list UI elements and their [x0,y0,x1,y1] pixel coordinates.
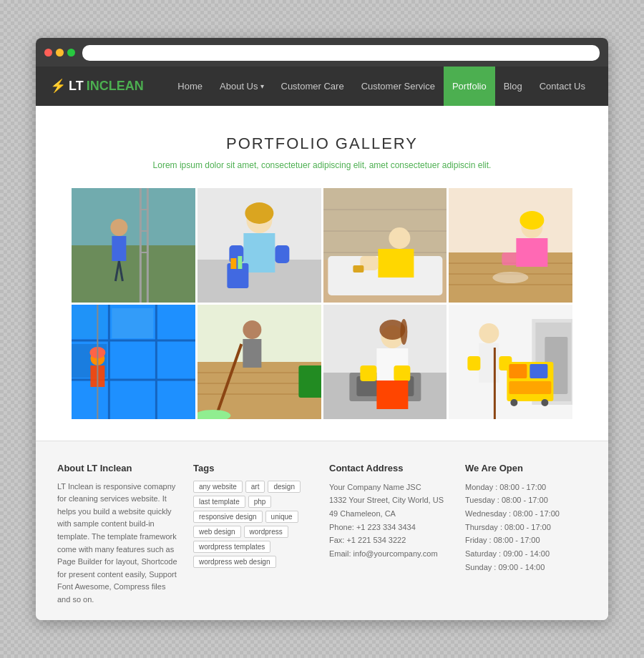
photo-grid [72,188,572,419]
footer-contact-title: Contact Address [329,463,451,473]
svg-point-15 [245,202,273,224]
site-logo[interactable]: ⚡ LT INCLEAN [50,78,144,94]
svg-rect-87 [499,356,512,370]
photo-2[interactable] [197,188,321,303]
svg-point-39 [520,211,545,230]
photo-5[interactable] [72,305,195,419]
svg-rect-79 [449,305,572,419]
tag-last-template[interactable]: last template [193,496,245,508]
svg-rect-49 [72,308,107,338]
svg-rect-78 [376,380,408,409]
svg-rect-4 [112,236,126,261]
svg-rect-56 [197,305,321,419]
browser-dots [44,49,75,57]
tag-php[interactable]: php [248,496,272,508]
footer-about-text: LT Inclean is responsive comapny for cle… [57,481,179,607]
tag-responsive-design[interactable]: responsive design [193,511,263,523]
photo-7[interactable] [323,305,447,419]
svg-rect-90 [530,364,548,378]
svg-rect-89 [509,364,527,378]
svg-rect-91 [509,381,552,394]
photo-3[interactable] [323,188,447,303]
footer-contact-lines: Your Company Name JSC 1332 Your Street, … [329,481,451,561]
svg-point-74 [400,319,407,345]
svg-rect-76 [360,365,376,381]
address-bar[interactable] [82,45,600,61]
svg-rect-29 [378,249,414,278]
svg-rect-54 [90,365,104,387]
svg-rect-22 [323,188,447,303]
svg-rect-80 [449,305,572,419]
dot-green-dot[interactable] [67,49,75,57]
nav-blog[interactable]: Blog [495,67,531,106]
svg-rect-71 [356,376,414,396]
svg-rect-81 [532,319,572,405]
svg-rect-20 [230,258,236,269]
tag-web-design[interactable]: web design [193,526,241,538]
footer-contact: Contact Address Your Company Name JSC 13… [329,463,451,607]
browser-chrome [36,38,608,67]
footer-tags: Tags any website art design last templat… [193,463,315,607]
svg-rect-40 [517,238,548,267]
svg-rect-18 [275,245,289,263]
footer-hours-title: We Are Open [465,463,587,473]
tag-any-website[interactable]: any website [193,481,243,493]
photo-6[interactable] [197,305,321,419]
nav-home[interactable]: Home [169,67,211,106]
svg-rect-17 [229,245,243,263]
tag-art[interactable]: art [245,481,265,493]
dot-red[interactable] [44,49,52,57]
nav-about[interactable]: About Us ▾ [211,67,272,106]
svg-point-72 [381,325,404,348]
svg-rect-30 [360,256,378,270]
chevron-down-icon: ▾ [260,82,264,90]
svg-rect-85 [479,343,499,383]
svg-point-3 [110,219,127,236]
svg-rect-57 [197,362,321,419]
svg-rect-77 [394,365,410,381]
tag-unique[interactable]: unique [265,511,298,523]
footer-hours-lines: Monday : 08:00 - 17:00 Tuesday : 08:00 -… [465,481,587,574]
nav-customer-care[interactable]: Customer Care [273,67,353,106]
logo-inclean: INCLEAN [87,79,144,94]
svg-point-84 [479,323,499,343]
svg-rect-68 [323,305,447,419]
footer-hours: We Are Open Monday : 08:00 - 17:00 Tuesd… [465,463,587,607]
svg-rect-37 [449,188,572,252]
photo-1[interactable] [72,188,195,303]
svg-point-14 [246,207,272,233]
svg-rect-44 [72,305,195,419]
portfolio-desc: Lorem ipsum dolor sit amet, consectetuer… [72,160,572,170]
svg-rect-2 [72,188,195,245]
svg-rect-21 [238,256,242,269]
footer-about: About LT Inclean LT Inclean is responsiv… [57,463,179,607]
svg-rect-82 [536,323,572,401]
svg-rect-51 [72,344,107,378]
svg-point-93 [542,399,549,406]
svg-rect-31 [353,265,364,272]
nav-portfolio[interactable]: Portfolio [444,67,495,106]
photo-4[interactable] [449,188,572,303]
logo-lt: LT [69,79,84,94]
photo-8[interactable] [449,305,572,419]
nav-customer-service[interactable]: Customer Service [353,67,444,106]
svg-point-63 [243,320,261,339]
svg-rect-70 [349,373,421,401]
nav-contact[interactable]: Contact Us [531,67,594,106]
tag-wordpress[interactable]: wordpress [244,526,288,538]
main-content: PORTFOLIO GALLERY Lorem ipsum dolor sit … [36,106,608,441]
svg-rect-0 [72,188,195,303]
svg-line-5 [115,261,119,281]
svg-point-73 [379,320,405,340]
tag-wordpress-web-design[interactable]: wordpress web design [193,556,276,568]
svg-rect-23 [323,188,447,260]
svg-rect-86 [468,356,481,370]
footer-about-title: About LT Inclean [57,463,179,473]
dot-yellow[interactable] [56,49,64,57]
svg-rect-12 [197,188,321,303]
svg-rect-69 [323,373,447,419]
svg-rect-1 [72,245,195,303]
tag-design[interactable]: design [268,481,300,493]
site-footer: About LT Inclean LT Inclean is responsiv… [36,441,608,621]
tag-wordpress-templates[interactable]: wordpress templates [193,541,270,553]
